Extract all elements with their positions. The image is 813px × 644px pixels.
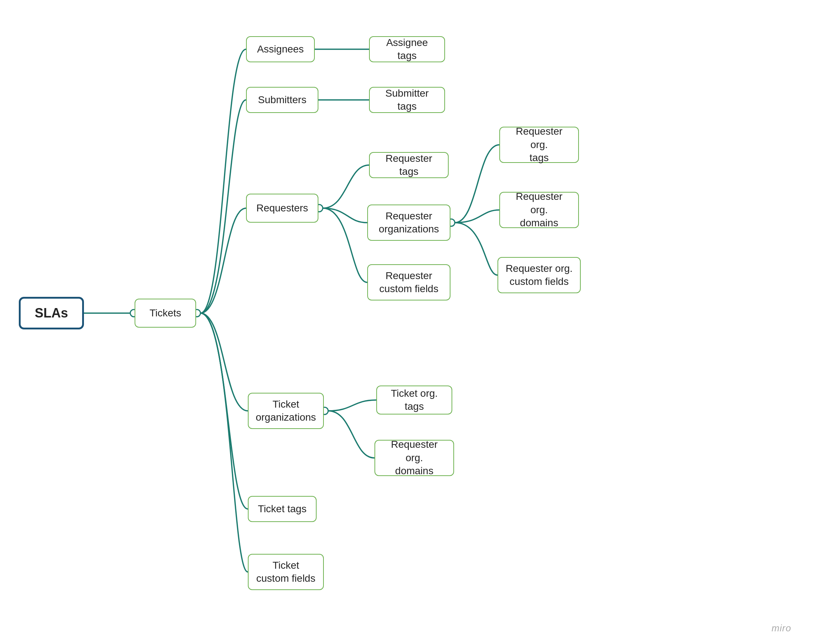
ticket-org-tags-node: Ticket org.tags	[376, 385, 452, 414]
req-org-domains-node: Requester org.domains	[499, 192, 579, 228]
tickets-node: Tickets	[135, 299, 196, 328]
requester-custom-fields-label: Requestercustom fields	[379, 269, 438, 296]
requesters-label: Requesters	[256, 202, 308, 215]
assignees-label: Assignees	[257, 43, 303, 56]
submitter-tags-label: Submitter tags	[376, 87, 438, 113]
slas-node: SLAs	[19, 297, 84, 330]
submitters-label: Submitters	[258, 94, 306, 106]
requester-custom-fields-node: Requestercustom fields	[367, 264, 450, 301]
assignee-tags-label: Assignee tags	[376, 36, 438, 63]
req-org-custom-fields-node: Requester org.custom fields	[498, 257, 581, 293]
req-org-tags-node: Requester org.tags	[499, 127, 579, 163]
submitter-tags-node: Submitter tags	[369, 87, 445, 113]
submitters-node: Submitters	[246, 87, 318, 113]
ticket-org-domains-node: Requester org.domains	[375, 440, 454, 476]
requester-orgs-node: Requesterorganizations	[367, 204, 450, 241]
assignee-tags-node: Assignee tags	[369, 36, 445, 62]
ticket-custom-fields-label: Ticketcustom fields	[256, 559, 315, 585]
requester-orgs-label: Requesterorganizations	[379, 210, 439, 236]
tickets-label: Tickets	[149, 307, 181, 320]
requester-tags-node: Requester tags	[369, 152, 449, 178]
ticket-org-domains-label: Requester org.domains	[382, 438, 447, 477]
req-org-tags-label: Requester org.tags	[507, 125, 572, 164]
ticket-tags-label: Ticket tags	[258, 503, 306, 515]
ticket-custom-fields-node: Ticketcustom fields	[248, 554, 324, 590]
ticket-orgs-label: Ticketorganizations	[256, 398, 316, 424]
req-org-custom-fields-label: Requester org.custom fields	[505, 262, 573, 288]
ticket-tags-node: Ticket tags	[248, 496, 317, 522]
assignees-node: Assignees	[246, 36, 315, 62]
ticket-orgs-node: Ticketorganizations	[248, 393, 324, 429]
requester-tags-label: Requester tags	[376, 152, 441, 178]
requesters-node: Requesters	[246, 194, 318, 222]
slas-label: SLAs	[35, 305, 68, 322]
ticket-org-tags-label: Ticket org.tags	[391, 387, 438, 413]
miro-watermark: miro	[772, 623, 791, 634]
req-org-domains-label: Requester org.domains	[507, 190, 572, 230]
